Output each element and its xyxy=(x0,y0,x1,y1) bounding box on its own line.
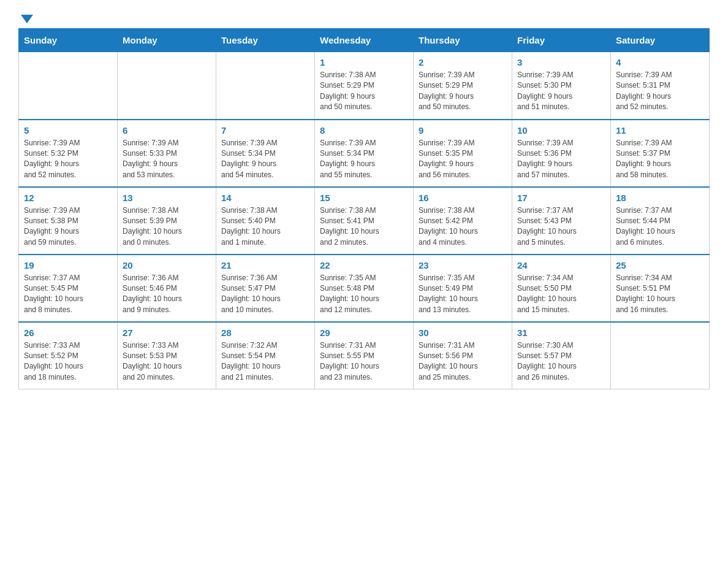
calendar-cell: 31Sunrise: 7:30 AM Sunset: 5:57 PM Dayli… xyxy=(512,322,611,389)
day-number: 15 xyxy=(320,193,408,203)
day-info: Sunrise: 7:32 AM Sunset: 5:54 PM Dayligh… xyxy=(221,340,309,383)
day-number: 4 xyxy=(616,57,704,67)
day-number: 25 xyxy=(616,260,704,270)
calendar-cell: 20Sunrise: 7:36 AM Sunset: 5:46 PM Dayli… xyxy=(118,255,216,322)
calendar-cell: 6Sunrise: 7:39 AM Sunset: 5:33 PM Daylig… xyxy=(118,120,216,187)
page-header xyxy=(18,12,710,22)
day-info: Sunrise: 7:38 AM Sunset: 5:29 PM Dayligh… xyxy=(320,70,408,113)
day-info: Sunrise: 7:39 AM Sunset: 5:30 PM Dayligh… xyxy=(517,70,605,113)
day-info: Sunrise: 7:39 AM Sunset: 5:38 PM Dayligh… xyxy=(24,205,112,248)
day-info: Sunrise: 7:39 AM Sunset: 5:29 PM Dayligh… xyxy=(419,70,507,113)
day-number: 31 xyxy=(517,327,605,338)
calendar-week-row: 19Sunrise: 7:37 AM Sunset: 5:45 PM Dayli… xyxy=(19,255,710,322)
calendar-cell: 13Sunrise: 7:38 AM Sunset: 5:39 PM Dayli… xyxy=(118,187,216,255)
day-info: Sunrise: 7:35 AM Sunset: 5:49 PM Dayligh… xyxy=(419,273,507,316)
day-info: Sunrise: 7:30 AM Sunset: 5:57 PM Dayligh… xyxy=(517,340,605,383)
weekday-header-tuesday: Tuesday xyxy=(216,29,315,52)
day-info: Sunrise: 7:39 AM Sunset: 5:32 PM Dayligh… xyxy=(24,138,112,181)
calendar-cell: 24Sunrise: 7:34 AM Sunset: 5:50 PM Dayli… xyxy=(512,255,611,322)
day-number: 11 xyxy=(616,125,704,136)
day-number: 13 xyxy=(123,193,211,203)
day-info: Sunrise: 7:38 AM Sunset: 5:42 PM Dayligh… xyxy=(419,205,507,248)
weekday-header-wednesday: Wednesday xyxy=(315,29,414,52)
calendar-cell: 28Sunrise: 7:32 AM Sunset: 5:54 PM Dayli… xyxy=(216,322,315,389)
calendar-cell: 30Sunrise: 7:31 AM Sunset: 5:56 PM Dayli… xyxy=(414,322,512,389)
day-info: Sunrise: 7:34 AM Sunset: 5:51 PM Dayligh… xyxy=(616,273,704,316)
day-info: Sunrise: 7:37 AM Sunset: 5:44 PM Dayligh… xyxy=(616,205,704,248)
day-number: 18 xyxy=(616,193,704,203)
day-info: Sunrise: 7:39 AM Sunset: 5:35 PM Dayligh… xyxy=(419,138,507,181)
calendar-cell: 29Sunrise: 7:31 AM Sunset: 5:55 PM Dayli… xyxy=(315,322,414,389)
calendar-cell: 16Sunrise: 7:38 AM Sunset: 5:42 PM Dayli… xyxy=(414,187,512,255)
calendar-cell: 15Sunrise: 7:38 AM Sunset: 5:41 PM Dayli… xyxy=(315,187,414,255)
calendar-cell: 23Sunrise: 7:35 AM Sunset: 5:49 PM Dayli… xyxy=(414,255,512,322)
calendar-week-row: 12Sunrise: 7:39 AM Sunset: 5:38 PM Dayli… xyxy=(19,187,710,255)
day-number: 3 xyxy=(517,57,605,67)
day-number: 6 xyxy=(123,125,211,136)
day-number: 24 xyxy=(517,260,605,270)
day-info: Sunrise: 7:39 AM Sunset: 5:36 PM Dayligh… xyxy=(517,138,605,181)
calendar-week-row: 5Sunrise: 7:39 AM Sunset: 5:32 PM Daylig… xyxy=(19,120,710,187)
calendar-cell: 10Sunrise: 7:39 AM Sunset: 5:36 PM Dayli… xyxy=(512,120,611,187)
day-info: Sunrise: 7:36 AM Sunset: 5:47 PM Dayligh… xyxy=(221,273,309,316)
logo-general xyxy=(18,12,33,23)
calendar-cell: 14Sunrise: 7:38 AM Sunset: 5:40 PM Dayli… xyxy=(216,187,315,255)
calendar-cell: 17Sunrise: 7:37 AM Sunset: 5:43 PM Dayli… xyxy=(512,187,611,255)
calendar-table: SundayMondayTuesdayWednesdayThursdayFrid… xyxy=(18,28,710,389)
calendar-cell: 12Sunrise: 7:39 AM Sunset: 5:38 PM Dayli… xyxy=(19,187,118,255)
day-info: Sunrise: 7:39 AM Sunset: 5:34 PM Dayligh… xyxy=(320,138,408,181)
day-number: 27 xyxy=(123,327,211,338)
day-number: 2 xyxy=(419,57,507,67)
day-number: 1 xyxy=(320,57,408,67)
day-number: 30 xyxy=(419,327,507,338)
weekday-header-monday: Monday xyxy=(118,29,216,52)
calendar-cell: 9Sunrise: 7:39 AM Sunset: 5:35 PM Daylig… xyxy=(414,120,512,187)
calendar-week-row: 26Sunrise: 7:33 AM Sunset: 5:52 PM Dayli… xyxy=(19,322,710,389)
day-info: Sunrise: 7:38 AM Sunset: 5:39 PM Dayligh… xyxy=(123,205,211,248)
day-info: Sunrise: 7:39 AM Sunset: 5:31 PM Dayligh… xyxy=(616,70,704,113)
day-info: Sunrise: 7:37 AM Sunset: 5:45 PM Dayligh… xyxy=(24,273,112,316)
calendar-cell: 22Sunrise: 7:35 AM Sunset: 5:48 PM Dayli… xyxy=(315,255,414,322)
day-number: 17 xyxy=(517,193,605,203)
day-number: 12 xyxy=(24,193,112,203)
day-info: Sunrise: 7:39 AM Sunset: 5:37 PM Dayligh… xyxy=(616,138,704,181)
calendar-cell: 4Sunrise: 7:39 AM Sunset: 5:31 PM Daylig… xyxy=(611,52,710,120)
logo xyxy=(18,12,33,22)
calendar-cell: 21Sunrise: 7:36 AM Sunset: 5:47 PM Dayli… xyxy=(216,255,315,322)
logo-arrow-icon xyxy=(21,15,33,23)
day-info: Sunrise: 7:37 AM Sunset: 5:43 PM Dayligh… xyxy=(517,205,605,248)
day-info: Sunrise: 7:33 AM Sunset: 5:52 PM Dayligh… xyxy=(24,340,112,383)
day-info: Sunrise: 7:39 AM Sunset: 5:33 PM Dayligh… xyxy=(123,138,211,181)
calendar-cell: 19Sunrise: 7:37 AM Sunset: 5:45 PM Dayli… xyxy=(19,255,118,322)
weekday-header-sunday: Sunday xyxy=(19,29,118,52)
day-info: Sunrise: 7:31 AM Sunset: 5:55 PM Dayligh… xyxy=(320,340,408,383)
day-number: 23 xyxy=(419,260,507,270)
day-info: Sunrise: 7:38 AM Sunset: 5:41 PM Dayligh… xyxy=(320,205,408,248)
day-number: 9 xyxy=(419,125,507,136)
calendar-cell xyxy=(611,322,710,389)
day-info: Sunrise: 7:39 AM Sunset: 5:34 PM Dayligh… xyxy=(221,138,309,181)
weekday-header-thursday: Thursday xyxy=(414,29,512,52)
calendar-cell xyxy=(118,52,216,120)
calendar-cell: 27Sunrise: 7:33 AM Sunset: 5:53 PM Dayli… xyxy=(118,322,216,389)
day-number: 19 xyxy=(24,260,112,270)
day-info: Sunrise: 7:38 AM Sunset: 5:40 PM Dayligh… xyxy=(221,205,309,248)
day-number: 26 xyxy=(24,327,112,338)
day-info: Sunrise: 7:36 AM Sunset: 5:46 PM Dayligh… xyxy=(123,273,211,316)
day-number: 22 xyxy=(320,260,408,270)
calendar-cell: 8Sunrise: 7:39 AM Sunset: 5:34 PM Daylig… xyxy=(315,120,414,187)
calendar-cell: 1Sunrise: 7:38 AM Sunset: 5:29 PM Daylig… xyxy=(315,52,414,120)
calendar-cell xyxy=(216,52,315,120)
calendar-cell xyxy=(19,52,118,120)
calendar-cell: 11Sunrise: 7:39 AM Sunset: 5:37 PM Dayli… xyxy=(611,120,710,187)
calendar-week-row: 1Sunrise: 7:38 AM Sunset: 5:29 PM Daylig… xyxy=(19,52,710,120)
day-number: 20 xyxy=(123,260,211,270)
calendar-cell: 25Sunrise: 7:34 AM Sunset: 5:51 PM Dayli… xyxy=(611,255,710,322)
calendar-cell: 18Sunrise: 7:37 AM Sunset: 5:44 PM Dayli… xyxy=(611,187,710,255)
day-number: 29 xyxy=(320,327,408,338)
day-number: 8 xyxy=(320,125,408,136)
day-info: Sunrise: 7:33 AM Sunset: 5:53 PM Dayligh… xyxy=(123,340,211,383)
weekday-header-friday: Friday xyxy=(512,29,611,52)
day-number: 14 xyxy=(221,193,309,203)
calendar-cell: 7Sunrise: 7:39 AM Sunset: 5:34 PM Daylig… xyxy=(216,120,315,187)
